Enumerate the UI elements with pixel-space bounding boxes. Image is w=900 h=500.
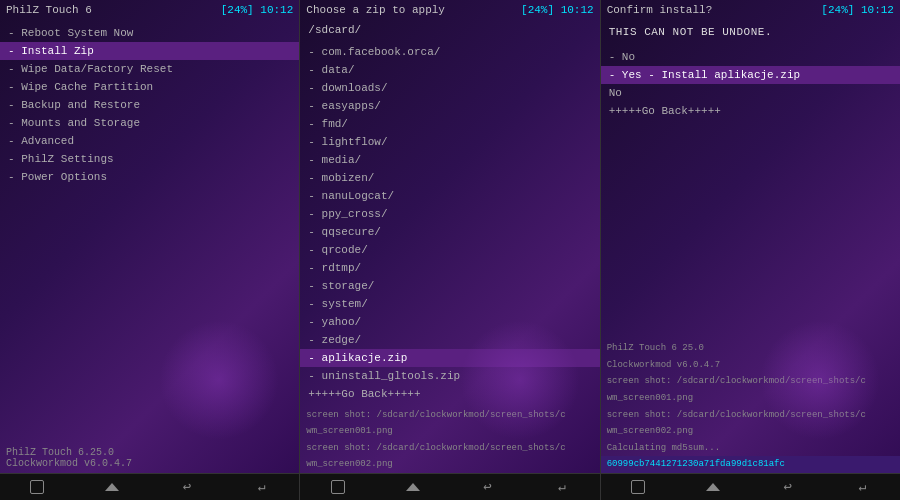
confirm-log-line: wm_screen002.png	[601, 423, 900, 440]
panel-confirm-status: [24%] 10:12	[821, 4, 894, 16]
file-item[interactable]: - system/	[300, 295, 599, 313]
enter-icon-3: ↵	[859, 481, 867, 494]
confirm-option[interactable]: +++++Go Back+++++	[601, 102, 900, 120]
file-item[interactable]: - nanuLogcat/	[300, 187, 599, 205]
file-item[interactable]: - storage/	[300, 277, 599, 295]
back-button[interactable]: ↩	[173, 478, 201, 496]
recent-button-3[interactable]	[624, 478, 652, 496]
confirm-option[interactable]: - No	[601, 48, 900, 66]
confirm-log-line: Calculating md5sum...	[601, 440, 900, 457]
main-menu-item[interactable]: - Mounts and Storage	[0, 114, 299, 132]
panel-file-browser-title: Choose a zip to apply	[306, 4, 445, 16]
panel-main-menu-content: - Reboot System Now- Install Zip- Wipe D…	[0, 20, 299, 443]
file-item[interactable]: - zedge/	[300, 331, 599, 349]
file-browser-path: /sdcard/	[300, 20, 599, 39]
main-menu-item[interactable]: - Install Zip	[0, 42, 299, 60]
enter-icon-2: ↵	[558, 481, 566, 494]
home-button-2[interactable]	[399, 478, 427, 496]
main-menu-item[interactable]: - Power Options	[0, 168, 299, 186]
enter-button-2[interactable]: ↵	[548, 478, 576, 496]
footer-line1: PhilZ Touch 6.25.0	[6, 447, 293, 458]
file-item[interactable]: - yahoo/	[300, 313, 599, 331]
recent-icon	[30, 480, 44, 494]
panel-confirm: Confirm install? [24%] 10:12 THIS CAN NO…	[601, 0, 900, 500]
main-menu-item[interactable]: - Reboot System Now	[0, 24, 299, 42]
log-line: screen shot: /sdcard/clockworkmod/screen…	[300, 407, 599, 424]
main-menu-item[interactable]: - Backup and Restore	[0, 96, 299, 114]
home-icon-3	[706, 483, 720, 491]
enter-icon: ↵	[258, 481, 266, 494]
nav-bar-1: ↩ ↵	[0, 473, 299, 500]
back-icon: ↩	[183, 480, 191, 494]
file-item[interactable]: - qqsecure/	[300, 223, 599, 241]
panel-main-menu-status: [24%] 10:12	[221, 4, 294, 16]
confirm-log: PhilZ Touch 6 25.0Clockworkmod v6.0.4.7s…	[601, 340, 900, 473]
home-icon-2	[406, 483, 420, 491]
panel-main-menu: PhilZ Touch 6 [24%] 10:12 - Reboot Syste…	[0, 0, 300, 500]
file-item[interactable]: - media/	[300, 151, 599, 169]
panel-main-menu-header: PhilZ Touch 6 [24%] 10:12	[0, 0, 299, 20]
nav-bar-2: ↩ ↵	[300, 473, 599, 500]
panel-confirm-header: Confirm install? [24%] 10:12	[601, 0, 900, 20]
confirm-option[interactable]: No	[601, 84, 900, 102]
file-item[interactable]: - qrcode/	[300, 241, 599, 259]
recent-icon-2	[331, 480, 345, 494]
file-item[interactable]: - aplikacje.zip	[300, 349, 599, 367]
file-item[interactable]: - data/	[300, 61, 599, 79]
file-item[interactable]: - fmd/	[300, 115, 599, 133]
panel-main-menu-title: PhilZ Touch 6	[6, 4, 92, 16]
file-item[interactable]: - downloads/	[300, 79, 599, 97]
main-menu-item[interactable]: - Wipe Data/Factory Reset	[0, 60, 299, 78]
panel-file-browser-content: - com.facebook.orca/- data/- downloads/-…	[300, 39, 599, 407]
nav-bar-3: ↩ ↵	[601, 473, 900, 500]
home-button[interactable]	[98, 478, 126, 496]
file-item[interactable]: +++++Go Back+++++	[300, 385, 599, 403]
file-browser-log: screen shot: /sdcard/clockworkmod/screen…	[300, 407, 599, 473]
log-line: screen shot: /sdcard/clockworkmod/screen…	[300, 440, 599, 457]
main-menu-item[interactable]: - Advanced	[0, 132, 299, 150]
log-line: wm_screen001.png	[300, 423, 599, 440]
confirm-log-line: screen shot: /sdcard/clockworkmod/screen…	[601, 373, 900, 390]
panel-file-browser-status: [24%] 10:12	[521, 4, 594, 16]
confirm-log-line: Clockworkmod v6.0.4.7	[601, 357, 900, 374]
confirm-log-line: screen shot: /sdcard/clockworkmod/screen…	[601, 407, 900, 424]
footer-line2: Clockworkmod v6.0.4.7	[6, 458, 293, 469]
enter-button-3[interactable]: ↵	[849, 478, 877, 496]
back-icon-3: ↩	[784, 480, 792, 494]
home-button-3[interactable]	[699, 478, 727, 496]
panel-confirm-content: - No- Yes - Install aplikacje.zipNo+++++…	[601, 44, 900, 340]
panel-file-browser-header: Choose a zip to apply [24%] 10:12	[300, 0, 599, 20]
panel-file-browser: Choose a zip to apply [24%] 10:12 /sdcar…	[300, 0, 600, 500]
back-button-2[interactable]: ↩	[473, 478, 501, 496]
file-item[interactable]: - easyapps/	[300, 97, 599, 115]
home-icon	[105, 483, 119, 491]
confirm-log-line-highlighted: 60999cb7441271230a71fda99d1c81afc	[601, 456, 900, 473]
enter-button[interactable]: ↵	[248, 478, 276, 496]
confirm-log-line: PhilZ Touch 6 25.0	[601, 340, 900, 357]
panel-confirm-title: Confirm install?	[607, 4, 713, 16]
file-item[interactable]: - com.facebook.orca/	[300, 43, 599, 61]
back-icon-2: ↩	[483, 480, 491, 494]
recent-button-2[interactable]	[324, 478, 352, 496]
panel-main-menu-footer: PhilZ Touch 6.25.0 Clockworkmod v6.0.4.7	[0, 443, 299, 473]
file-item[interactable]: - rdtmp/	[300, 259, 599, 277]
recent-button[interactable]	[23, 478, 51, 496]
main-menu-item[interactable]: - PhilZ Settings	[0, 150, 299, 168]
recent-icon-3	[631, 480, 645, 494]
file-item[interactable]: - uninstall_gltools.zip	[300, 367, 599, 385]
main-menu-item[interactable]: - Wipe Cache Partition	[0, 78, 299, 96]
file-item[interactable]: - lightflow/	[300, 133, 599, 151]
file-item[interactable]: - mobizen/	[300, 169, 599, 187]
confirm-log-line: wm_screen001.png	[601, 390, 900, 407]
back-button-3[interactable]: ↩	[774, 478, 802, 496]
panel-confirm-warning: THIS CAN NOT BE UNDONE.	[601, 20, 900, 44]
log-line: wm_screen002.png	[300, 456, 599, 473]
screen-container: PhilZ Touch 6 [24%] 10:12 - Reboot Syste…	[0, 0, 900, 500]
file-item[interactable]: - ppy_cross/	[300, 205, 599, 223]
confirm-option[interactable]: - Yes - Install aplikacje.zip	[601, 66, 900, 84]
